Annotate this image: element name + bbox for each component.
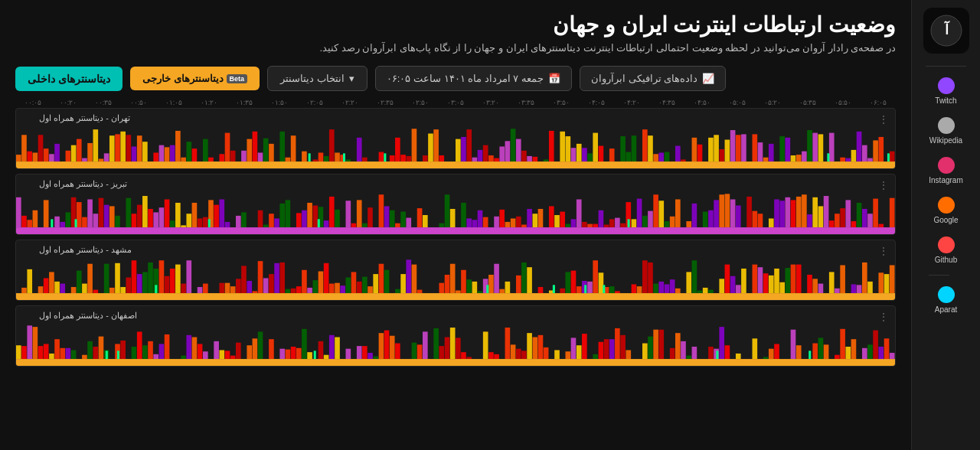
svg-rect-144 xyxy=(60,222,65,227)
svg-rect-543 xyxy=(851,339,857,359)
svg-rect-366 xyxy=(538,287,544,293)
svg-rect-125 xyxy=(851,150,857,161)
svg-rect-24 xyxy=(159,145,165,161)
svg-rect-218 xyxy=(533,214,538,227)
chart-label: تهران - دیتاسنتر همراه اول xyxy=(39,113,887,123)
chart-menu-button[interactable]: ⋮ xyxy=(878,311,889,323)
svg-rect-35 xyxy=(230,151,236,161)
svg-rect-408 xyxy=(812,279,818,293)
svg-rect-315 xyxy=(225,283,230,293)
timeline-label: ۰۲:۰۵ xyxy=(297,99,332,106)
timeline-label: ۰۴:۲۰ xyxy=(614,99,649,106)
svg-rect-422 xyxy=(155,285,157,293)
svg-rect-472 xyxy=(324,355,329,359)
svg-rect-197 xyxy=(390,210,395,227)
svg-rect-36 xyxy=(241,151,247,161)
svg-rect-375 xyxy=(599,272,604,293)
svg-rect-524 xyxy=(686,356,691,359)
svg-rect-552 xyxy=(808,351,811,359)
svg-rect-371 xyxy=(577,286,582,293)
svg-rect-344 xyxy=(384,270,390,293)
aparat-icon xyxy=(938,286,955,303)
sidebar-item-label-google: Google xyxy=(933,216,958,224)
svg-rect-388 xyxy=(686,272,691,293)
svg-rect-115 xyxy=(786,138,791,161)
svg-rect-510 xyxy=(593,354,598,359)
svg-rect-25 xyxy=(165,147,170,161)
svg-rect-46 xyxy=(313,159,318,161)
svg-rect-9 xyxy=(71,145,77,161)
svg-rect-44 xyxy=(291,135,296,161)
svg-rect-332 xyxy=(318,272,324,294)
datetime-button[interactable]: 📅 جمعه ۷ امرداد ماه ۱۴۰۱ ساعت ۰۶:۰۵ xyxy=(375,66,572,91)
svg-rect-380 xyxy=(637,286,642,293)
sidebar-item-twitch[interactable]: Twitch xyxy=(929,71,962,111)
svg-rect-108 xyxy=(736,135,741,161)
svg-rect-165 xyxy=(181,225,186,227)
svg-rect-69 xyxy=(478,150,483,161)
traffic-button[interactable]: 📈 داده‌های ترافیکی ابرآروان xyxy=(580,66,726,91)
svg-rect-131 xyxy=(890,152,895,161)
svg-rect-330 xyxy=(307,288,312,293)
svg-rect-213 xyxy=(505,222,511,227)
sidebar-item-google[interactable]: Google xyxy=(929,191,962,230)
svg-rect-252 xyxy=(736,206,741,228)
svg-rect-364 xyxy=(521,262,527,293)
svg-rect-297 xyxy=(109,288,115,293)
svg-rect-444 xyxy=(132,347,137,359)
svg-rect-214 xyxy=(511,218,516,227)
svg-rect-95 xyxy=(648,135,653,161)
svg-rect-18 xyxy=(120,132,126,161)
svg-rect-249 xyxy=(719,194,724,227)
datasenter-button[interactable]: ▾ انتخاب دیتاسنتر xyxy=(267,66,368,91)
svg-rect-220 xyxy=(549,206,554,227)
svg-rect-175 xyxy=(241,212,247,227)
sidebar-item-aparat[interactable]: Aparat xyxy=(929,280,962,320)
svg-rect-182 xyxy=(296,213,302,227)
svg-rect-54 xyxy=(362,158,368,161)
svg-rect-513 xyxy=(609,339,615,359)
svg-rect-415 xyxy=(862,262,867,293)
svg-rect-438 xyxy=(87,341,93,359)
svg-rect-31 xyxy=(203,139,208,161)
svg-rect-86 xyxy=(582,148,587,161)
domestic-button[interactable]: دیتاسنترهای داخلی xyxy=(15,67,122,91)
svg-rect-368 xyxy=(560,289,565,293)
svg-rect-326 xyxy=(286,289,291,293)
foreign-button[interactable]: Beta دیتاسنترهای خارجی xyxy=(130,67,260,90)
svg-rect-130 xyxy=(878,137,884,161)
svg-rect-414 xyxy=(857,285,862,293)
svg-rect-301 xyxy=(132,260,137,293)
svg-rect-33 xyxy=(219,154,224,161)
svg-rect-242 xyxy=(670,217,675,227)
sidebar-item-instagram[interactable]: Instagram xyxy=(929,151,962,191)
svg-rect-386 xyxy=(670,279,675,293)
svg-rect-207 xyxy=(466,218,472,227)
svg-rect-141 xyxy=(33,210,38,227)
svg-rect-47 xyxy=(318,152,324,161)
beta-badge: Beta xyxy=(227,74,248,83)
svg-rect-423 xyxy=(584,285,586,293)
chart-menu-button[interactable]: ⋮ xyxy=(878,113,889,126)
svg-rect-11 xyxy=(82,158,87,161)
svg-rect-198 xyxy=(395,223,400,227)
svg-rect-311 xyxy=(186,260,191,293)
svg-rect-426 xyxy=(16,345,21,359)
timeline-label: ۰۶:۰۵ xyxy=(861,99,896,106)
svg-rect-410 xyxy=(829,272,835,293)
sidebar-item-github[interactable]: Github xyxy=(929,230,962,270)
svg-rect-101 xyxy=(692,138,697,161)
chart-menu-button[interactable]: ⋮ xyxy=(878,179,889,191)
calendar-icon: 📅 xyxy=(548,73,560,84)
timeline-label: ۰۱:۰۵ xyxy=(156,99,191,106)
svg-rect-539 xyxy=(824,344,829,359)
svg-rect-312 xyxy=(198,287,203,293)
svg-rect-49 xyxy=(329,129,335,161)
chart-menu-button[interactable]: ⋮ xyxy=(878,245,889,257)
svg-rect-134 xyxy=(384,153,386,161)
svg-rect-418 xyxy=(884,274,890,293)
svg-rect-229 xyxy=(599,210,604,227)
sidebar-item-wikipedia[interactable]: Wikipedia xyxy=(929,111,962,151)
svg-rect-163 xyxy=(170,220,175,227)
svg-rect-491 xyxy=(456,338,461,359)
